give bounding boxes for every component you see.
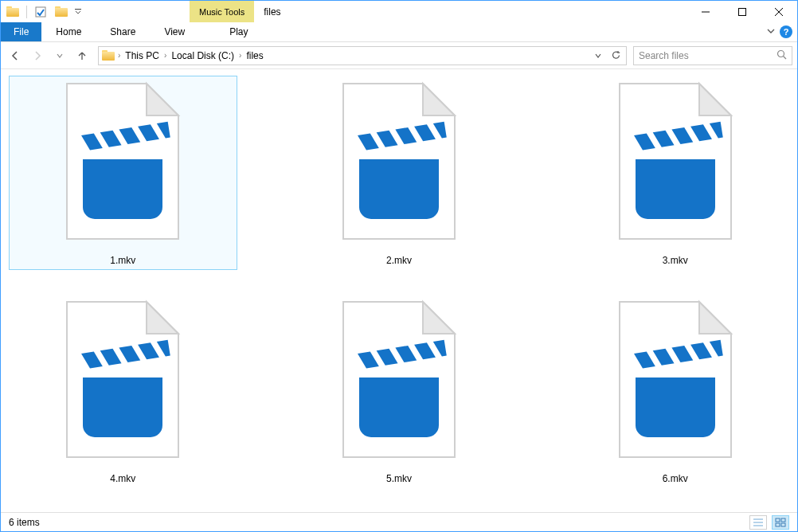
file-tab[interactable]: File: [1, 22, 41, 41]
svg-point-6: [778, 50, 784, 57]
contextual-tab-group: Music Tools: [190, 1, 254, 22]
minimize-button[interactable]: [687, 1, 724, 22]
file-name-label: 4.mkv: [110, 473, 135, 484]
video-file-icon: [335, 80, 463, 247]
file-name-label: 6.mkv: [663, 473, 688, 484]
quick-access-toolbar: [1, 1, 86, 22]
tab-home[interactable]: Home: [41, 22, 96, 41]
video-file-icon: [59, 80, 186, 247]
qat-dropdown-icon[interactable]: [73, 3, 83, 21]
svg-rect-3: [739, 8, 746, 15]
chevron-right-icon[interactable]: ›: [237, 51, 243, 60]
refresh-button[interactable]: [607, 47, 624, 65]
search-input[interactable]: Search files: [633, 46, 792, 65]
up-button[interactable]: [72, 46, 92, 65]
file-item[interactable]: 3.mkv: [561, 76, 789, 270]
svg-line-7: [784, 56, 787, 59]
details-view-button[interactable]: [749, 515, 767, 530]
help-icon[interactable]: ?: [780, 25, 792, 38]
window-controls: [687, 1, 797, 22]
chevron-right-icon[interactable]: ›: [116, 51, 122, 60]
file-item[interactable]: 1.mkv: [9, 76, 237, 270]
file-name-label: 3.mkv: [663, 255, 688, 266]
address-bar[interactable]: › This PC › Local Disk (C:) › files: [98, 46, 627, 65]
window-title: files: [254, 1, 280, 22]
recent-locations-dropdown[interactable]: [50, 46, 69, 65]
file-item[interactable]: 6.mkv: [561, 294, 789, 488]
svg-rect-1: [75, 9, 81, 10]
search-placeholder: Search files: [639, 50, 689, 61]
contextual-tab-label: Music Tools: [190, 1, 254, 22]
breadcrumb-item[interactable]: files: [243, 50, 266, 61]
svg-rect-13: [776, 523, 780, 526]
breadcrumb-item[interactable]: Local Disk (C:): [168, 50, 237, 61]
file-pane[interactable]: 1.mkv2.mkv3.mkv4.mkv5.mkv6.mkv: [1, 69, 797, 512]
status-bar: 6 items: [1, 512, 797, 531]
maximize-button[interactable]: [724, 1, 761, 22]
back-button[interactable]: [6, 46, 25, 65]
properties-icon[interactable]: [32, 3, 49, 21]
svg-rect-14: [781, 523, 785, 526]
search-icon[interactable]: [776, 49, 787, 62]
tab-view[interactable]: View: [150, 22, 199, 41]
file-item[interactable]: 2.mkv: [285, 76, 514, 270]
separator: [26, 6, 27, 18]
chevron-right-icon[interactable]: ›: [162, 51, 168, 60]
file-name-label: 5.mkv: [386, 473, 412, 484]
ribbon-tabs: File Home Share View Play ?: [1, 22, 797, 42]
large-icons-view-button[interactable]: [772, 515, 789, 530]
video-file-icon: [612, 80, 739, 247]
file-item[interactable]: 4.mkv: [9, 294, 237, 488]
tab-play[interactable]: Play: [215, 22, 262, 41]
forward-button[interactable]: [28, 46, 47, 65]
file-name-label: 1.mkv: [110, 255, 135, 266]
breadcrumb-item[interactable]: This PC: [122, 50, 162, 61]
video-file-icon: [612, 298, 739, 465]
ribbon-collapse-icon[interactable]: [767, 26, 775, 37]
file-item[interactable]: 5.mkv: [285, 294, 514, 488]
folder-icon: [100, 50, 116, 61]
video-file-icon: [335, 298, 463, 465]
close-button[interactable]: [761, 1, 797, 22]
address-dropdown-icon[interactable]: [589, 47, 607, 65]
svg-rect-11: [776, 518, 780, 522]
new-folder-icon[interactable]: [53, 3, 70, 21]
item-count: 6 items: [9, 517, 40, 528]
navigation-bar: › This PC › Local Disk (C:) › files Sear…: [1, 42, 797, 69]
title-bar: Music Tools files: [1, 1, 797, 22]
tab-share[interactable]: Share: [96, 22, 150, 41]
video-file-icon: [59, 298, 186, 465]
folder-icon: [4, 3, 22, 21]
file-name-label: 2.mkv: [386, 255, 412, 266]
svg-rect-12: [781, 518, 785, 522]
